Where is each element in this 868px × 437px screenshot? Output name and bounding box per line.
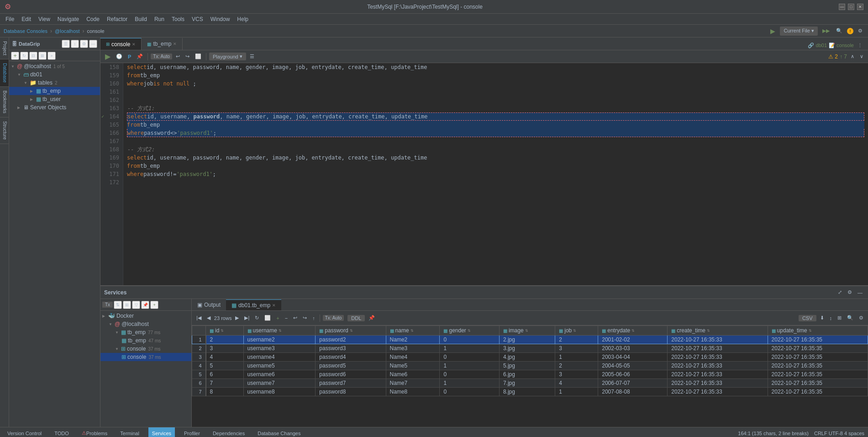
stop-btn[interactable]: ⬜ (193, 52, 203, 61)
up-btn[interactable]: ↑ (310, 314, 317, 323)
col-id[interactable]: ▦id⇅ (206, 326, 244, 336)
menu-window[interactable]: Window (207, 15, 234, 23)
status-profiler[interactable]: Profiler (180, 427, 204, 437)
table-row[interactable]: 4 5 username5 password5 Name5 1 5.jpg 2 … (192, 362, 868, 370)
svc-filter-btn[interactable]: ▽ (132, 301, 140, 309)
toolbar-btn-settings[interactable]: ⚙ (856, 27, 864, 36)
run-all-button[interactable]: ▶▶ (821, 27, 831, 36)
panel-minimize-btn[interactable]: — (89, 40, 97, 48)
svc-sort-btn[interactable]: ⇅ (114, 301, 122, 309)
scroll-up-btn[interactable]: ∧ (849, 52, 856, 61)
col-job[interactable]: ▦job⇅ (555, 326, 598, 336)
run-plan-btn[interactable]: P (126, 52, 133, 61)
undo-btn[interactable]: ↩ (174, 52, 182, 61)
svc-tb-emp2[interactable]: ▦ tb_emp 47 ms (100, 336, 191, 345)
panel-sort-btn[interactable]: ↕ (71, 40, 79, 48)
menu-help[interactable]: Help (233, 15, 252, 23)
csv-btn[interactable]: CSV (799, 315, 816, 321)
col-gender[interactable]: ▦gender⇅ (440, 326, 499, 336)
table-row[interactable]: 3 4 username4 password4 Name4 0 4.jpg 1 … (192, 353, 868, 362)
pin-results-btn[interactable]: 📌 (367, 314, 377, 323)
tab-console-close[interactable]: ✕ (132, 42, 136, 47)
refresh-results-btn[interactable]: ↻ (253, 314, 261, 323)
tree-tb-user[interactable]: ▶ ▦ tb_user (9, 95, 100, 103)
status-todo[interactable]: TODO (51, 427, 73, 437)
tx-button[interactable]: Tx (102, 302, 113, 308)
results-settings-btn[interactable]: ⚙ (857, 314, 865, 323)
svc-console2[interactable]: ⊞ console 37 ms (100, 353, 191, 361)
menu-file[interactable]: File (2, 15, 18, 23)
col-create-time[interactable]: ▦create_time⇅ (668, 326, 768, 336)
run-button[interactable]: ▶ (768, 27, 777, 36)
tx-badge[interactable]: Tx: Auto (151, 53, 172, 59)
minimize-button[interactable]: — (839, 4, 845, 10)
status-terminal[interactable]: Terminal (116, 427, 143, 437)
format-btn[interactable]: ☰ (248, 52, 256, 61)
first-page-btn[interactable]: |◀ (195, 314, 203, 323)
col-password[interactable]: ▦password⇅ (316, 326, 386, 336)
status-version-control[interactable]: Version Control (4, 427, 45, 437)
tree-tables[interactable]: ▼ 📁 tables 2 (9, 79, 100, 87)
svc-localhost[interactable]: ▼ @ @localhost (100, 320, 191, 328)
tab-output[interactable]: ▣ Output (192, 299, 226, 310)
tab-tb-emp-close[interactable]: ✕ (173, 42, 177, 46)
menu-tools[interactable]: Tools (168, 15, 188, 23)
menu-vcs[interactable]: VCS (188, 15, 207, 23)
tree-localhost[interactable]: ▼ @ @localhost 1 of 5 (9, 62, 100, 70)
playground-btn[interactable]: Playground ▾ (209, 53, 246, 60)
close-panel-btn[interactable]: — (856, 288, 864, 297)
export-btn[interactable]: ⬇ (818, 314, 826, 323)
filter-btn[interactable]: ⊟ (29, 52, 37, 60)
revert-btn[interactable]: ↩ (291, 314, 299, 323)
results-table-container[interactable]: ▦id⇅ ▦username⇅ ▦password⇅ ▦name⇅ ▦gende… (192, 325, 868, 427)
expand-btn[interactable]: ⤢ (836, 288, 844, 297)
menu-navigate[interactable]: Navigate (54, 15, 83, 23)
table-row[interactable]: 6 7 username7 password7 Name7 1 7.jpg 4 … (192, 379, 868, 388)
current-file-dropdown[interactable]: Current File ▾ (780, 27, 818, 36)
code-content[interactable]: select id, username, password, name, gen… (123, 63, 868, 285)
add-row-btn[interactable]: + (274, 314, 281, 323)
last-page-btn[interactable]: ▶| (242, 314, 251, 323)
run-history-btn[interactable]: 🕐 (114, 52, 124, 61)
col-update-time[interactable]: ▦update_time⇅ (768, 326, 868, 336)
vert-tab-project[interactable]: Project (0, 37, 9, 59)
column-vis-btn[interactable]: ⊞ (836, 314, 843, 323)
tree-db01[interactable]: ▼ 🗃 db01 (9, 70, 100, 79)
table-row[interactable]: 5 6 username6 password6 Name6 0 6.jpg 3 … (192, 370, 868, 379)
tab-db01-tb-emp[interactable]: ▦ db01.tb_emp ✕ (226, 299, 281, 310)
settings-btn[interactable]: ⚙ (846, 288, 854, 297)
table-row[interactable]: 7 8 username8 password8 Name8 0 8.jpg 1 … (192, 388, 868, 396)
submit-btn[interactable]: ↪ (301, 314, 309, 323)
run-query-btn[interactable]: ▶ (103, 52, 112, 61)
pin-btn[interactable]: 📌 (135, 52, 145, 61)
menu-build[interactable]: Build (131, 15, 151, 23)
refresh-btn[interactable]: ↻ (20, 52, 28, 60)
panel-filter-btn[interactable]: ☰ (62, 40, 70, 48)
status-database-changes[interactable]: Database Changes (254, 427, 304, 437)
status-dependencies[interactable]: Dependencies (209, 427, 248, 437)
tree-server-objects[interactable]: ▶ 🖥 Server Objects (9, 103, 100, 112)
col-name[interactable]: ▦name⇅ (386, 326, 440, 336)
tab-tb-emp[interactable]: ▦ tb_emp ✕ (142, 38, 183, 50)
code-editor[interactable]: 158 159 160 161 162 163 164 165 166 167 … (100, 63, 868, 285)
menu-run[interactable]: Run (151, 15, 168, 23)
results-tx-badge[interactable]: Tx: Auto (323, 315, 344, 321)
editor-settings-btn[interactable]: ⋮ (856, 41, 864, 50)
more-btn[interactable]: » (47, 52, 56, 60)
prev-page-btn[interactable]: ◀ (205, 314, 212, 323)
svc-console1[interactable]: ▼ ⊞ console 37 ms (100, 345, 191, 353)
status-services[interactable]: Services (148, 427, 175, 437)
next-page-btn[interactable]: ▶ (233, 314, 241, 323)
stop-results-btn[interactable]: ⬜ (263, 314, 273, 323)
table-row[interactable]: 2 3 username3 password3 Name3 1 3.jpg 3 … (192, 344, 868, 353)
sort-btn[interactable]: ↕ (828, 314, 834, 323)
remove-row-btn[interactable]: − (283, 314, 289, 323)
panel-config-btn[interactable]: ⚙ (80, 40, 88, 48)
close-button[interactable]: ✕ (857, 4, 863, 10)
ddl-btn[interactable]: DDL (347, 315, 365, 321)
svc-docker[interactable]: ▶ 🐳 Docker (100, 312, 191, 320)
svc-group-btn[interactable]: ⊞ (123, 301, 131, 309)
breadcrumb-database-consoles[interactable]: Database Consoles (4, 28, 47, 34)
breadcrumb-localhost[interactable]: @localhost (55, 28, 80, 34)
svc-add-btn[interactable]: + (150, 301, 158, 309)
